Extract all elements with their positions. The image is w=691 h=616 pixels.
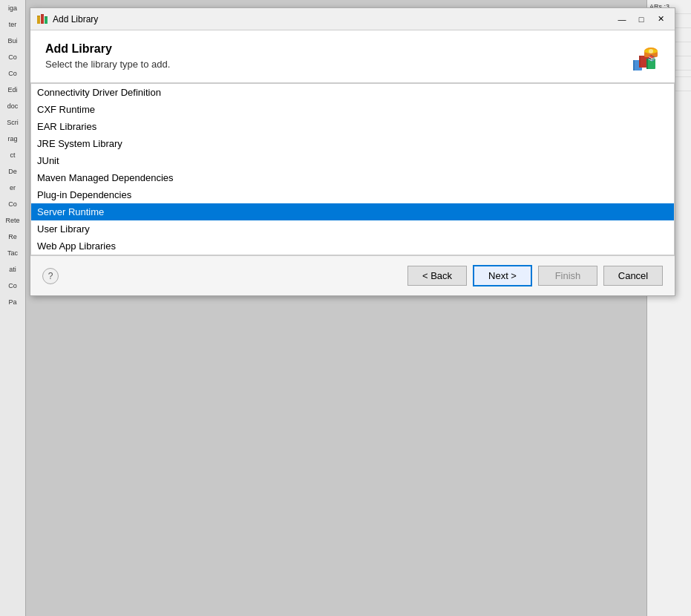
ide-sidebar: iga ter Bui Co Co Edi doc Scri rag ct De… bbox=[0, 0, 26, 616]
help-button[interactable]: ? bbox=[42, 268, 59, 284]
sidebar-item-co4: Co bbox=[0, 278, 25, 294]
sidebar-item-co2: Co bbox=[0, 65, 25, 82]
sidebar-item-iga: iga bbox=[0, 0, 25, 16]
list-item-maven[interactable]: Maven Managed Dependencies bbox=[31, 169, 674, 186]
sidebar-item-rag: rag bbox=[0, 131, 25, 147]
list-item-jre[interactable]: JRE System Library bbox=[31, 135, 674, 152]
sidebar-item-scri: Scri bbox=[0, 114, 25, 131]
sidebar-item-co3: Co bbox=[0, 196, 25, 212]
svg-rect-7 bbox=[633, 60, 635, 71]
finish-button[interactable]: Finish bbox=[538, 266, 597, 286]
dialog-subtitle: Select the library type to add. bbox=[45, 59, 170, 70]
library-type-list[interactable]: Connectivity Driver Definition CXF Runti… bbox=[30, 83, 675, 255]
sidebar-item-edi: Edi bbox=[0, 82, 25, 98]
books-icon: 📚 bbox=[632, 42, 660, 71]
add-library-dialog: Add Library — □ ✕ Add Library Select the… bbox=[30, 7, 675, 296]
sidebar-item-re: Re bbox=[0, 229, 25, 245]
close-button[interactable]: ✕ bbox=[652, 13, 669, 26]
list-item-server-runtime[interactable]: Server Runtime bbox=[31, 203, 674, 220]
svg-rect-5 bbox=[45, 16, 48, 17]
svg-rect-2 bbox=[45, 17, 48, 24]
sidebar-item-rete: Rete bbox=[0, 212, 25, 229]
svg-rect-3 bbox=[37, 16, 40, 16]
button-bar: ? < Back Next > Finish Cancel bbox=[30, 255, 675, 295]
minimize-button[interactable]: — bbox=[614, 13, 630, 26]
svg-text:📚: 📚 bbox=[648, 54, 655, 62]
title-bar: Add Library — □ ✕ bbox=[30, 8, 675, 30]
svg-rect-1 bbox=[41, 15, 44, 24]
sidebar-item-pa: Pa bbox=[0, 294, 25, 310]
sidebar-item-bui: Bui bbox=[0, 33, 25, 49]
sidebar-item-ati: ati bbox=[0, 261, 25, 278]
sidebar-item-co1: Co bbox=[0, 49, 25, 65]
title-bar-label: Add Library bbox=[53, 14, 614, 24]
back-button[interactable]: < Back bbox=[407, 266, 467, 286]
list-item-connectivity[interactable]: Connectivity Driver Definition bbox=[31, 84, 674, 101]
svg-rect-9 bbox=[639, 56, 641, 68]
svg-point-15 bbox=[649, 49, 653, 53]
list-item-webapp[interactable]: Web App Libraries bbox=[31, 237, 674, 255]
svg-rect-4 bbox=[41, 14, 44, 15]
sidebar-item-doc: doc bbox=[0, 98, 25, 114]
dialog-title: Add Library bbox=[45, 42, 170, 56]
list-item-plugin[interactable]: Plug-in Dependencies bbox=[31, 186, 674, 203]
sidebar-item-tac: Tac bbox=[0, 245, 25, 261]
list-item-user[interactable]: User Library bbox=[31, 220, 674, 237]
sidebar-item-er: er bbox=[0, 180, 25, 196]
svg-rect-0 bbox=[37, 16, 40, 24]
next-button[interactable]: Next > bbox=[473, 265, 532, 286]
sidebar-item-de: De bbox=[0, 163, 25, 180]
maximize-button[interactable]: □ bbox=[633, 13, 649, 26]
dialog-header-content: Add Library Select the library type to a… bbox=[45, 42, 170, 70]
dialog-overlay: Add Library — □ ✕ Add Library Select the… bbox=[26, 0, 679, 616]
sidebar-item-ct: ct bbox=[0, 147, 25, 163]
title-bar-controls: — □ ✕ bbox=[614, 13, 669, 26]
sidebar-item-ter: ter bbox=[0, 16, 25, 33]
dialog-header: Add Library Select the library type to a… bbox=[30, 30, 675, 83]
list-item-cxf[interactable]: CXF Runtime bbox=[31, 101, 674, 118]
dialog-icon bbox=[36, 13, 48, 25]
cancel-button[interactable]: Cancel bbox=[603, 266, 663, 286]
list-item-ear[interactable]: EAR Libraries bbox=[31, 118, 674, 135]
list-item-junit[interactable]: JUnit bbox=[31, 152, 674, 169]
